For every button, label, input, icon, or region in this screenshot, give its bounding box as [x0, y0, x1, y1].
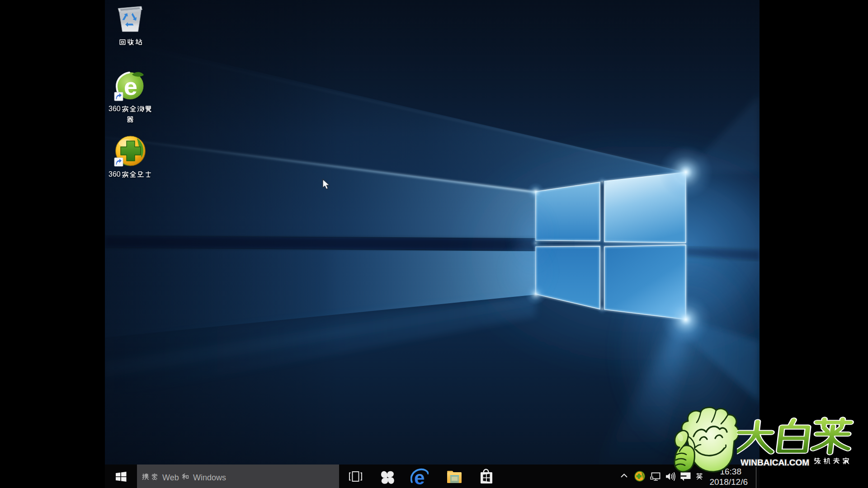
svg-text:WINBAICAI.COM: WINBAICAI.COM — [741, 458, 809, 467]
svg-text:360: 360 — [108, 170, 121, 178]
svg-text:Windows: Windows — [193, 473, 226, 482]
svg-text:Web: Web — [162, 473, 179, 482]
svg-text:360: 360 — [108, 105, 121, 113]
svg-text:e: e — [124, 73, 137, 100]
